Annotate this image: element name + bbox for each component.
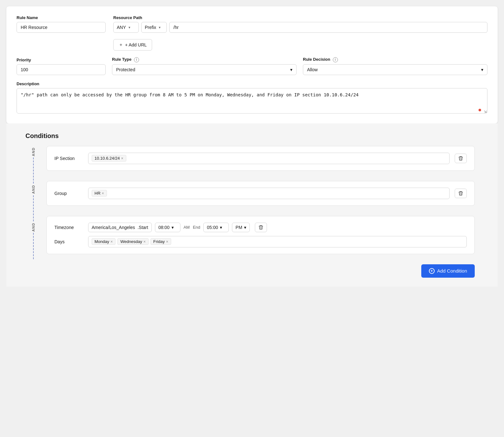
rule-decision-select[interactable]: Allow ▾ [303, 64, 487, 75]
add-condition-row: + Add Condition [25, 262, 498, 278]
group-tag-input[interactable]: HR × [88, 188, 450, 199]
prefix-chevron-icon: ▾ [159, 25, 161, 30]
rule-type-select[interactable]: Protected ▾ [112, 64, 297, 75]
priority-group: Priority [17, 58, 106, 75]
add-url-button[interactable]: ＋ + Add URL [113, 39, 152, 51]
add-condition-plus-icon: + [429, 268, 435, 274]
resource-path-group: Resource Path ANY ▾ Prefix ▾ [113, 15, 487, 33]
start-time-chevron: ▾ [172, 225, 174, 230]
and-segment-2: AND [32, 184, 35, 221]
row-priority-type-decision: Priority Rule Type i Protected ▾ Rule De… [17, 57, 487, 75]
resource-path-inner: ANY ▾ Prefix ▾ [113, 22, 487, 33]
tag-wednesday-remove[interactable]: × [144, 239, 146, 244]
tag-friday-remove[interactable]: × [166, 239, 168, 244]
priority-input[interactable] [17, 64, 106, 75]
tag-ip: 10.10.6.24/24 × [92, 155, 126, 162]
ampm-chevron: ▾ [244, 225, 246, 230]
tag-wednesday: Wednesday × [117, 238, 148, 245]
tag-ip-remove[interactable]: × [121, 156, 123, 161]
tag-group: HR × [92, 190, 107, 197]
and-segment-1: AND [32, 146, 35, 184]
condition-card-group: Group HR × [46, 181, 475, 206]
tag-monday-value: Monday [94, 239, 109, 244]
days-label: Days [54, 239, 83, 244]
end-label: End [193, 225, 200, 230]
tag-group-remove[interactable]: × [102, 191, 104, 196]
rule-name-label: Rule Name [17, 15, 106, 20]
trash-icon [458, 156, 463, 161]
ampm-value: PM [235, 225, 242, 230]
rule-decision-info-icon[interactable]: i [333, 57, 338, 62]
conditions-title: Conditions [25, 132, 498, 140]
tag-friday-value: Friday [153, 239, 165, 244]
tag-wednesday-value: Wednesday [120, 239, 142, 244]
rule-decision-label: Rule Decision i [303, 57, 487, 62]
start-ampm-badge: AM [184, 225, 190, 230]
rule-name-group: Rule Name [17, 15, 106, 33]
conditions-timeline: AND AND AND IP Secti [25, 146, 498, 259]
timezone-delete-button[interactable] [255, 223, 267, 232]
rule-decision-group: Rule Decision i Allow ▾ [303, 57, 487, 75]
add-condition-label: Add Condition [437, 268, 467, 274]
timezone-label: Timezone [54, 225, 83, 230]
resource-path-label: Resource Path [113, 15, 487, 20]
days-tag-input[interactable]: Monday × Wednesday × Friday × [88, 236, 467, 247]
and-label-3: AND [32, 221, 35, 233]
timezone-condition-row: Timezone America/Los_Angeles .Start 08:0… [54, 223, 467, 232]
conditions-section: Conditions AND AND AND [6, 123, 498, 287]
tag-monday-remove[interactable]: × [110, 239, 113, 244]
timezone-start-label: .Start [137, 225, 148, 230]
description-label: Description [17, 81, 487, 86]
group-label: Group [54, 191, 83, 196]
add-url-label: + Add URL [125, 42, 147, 47]
condition-cards-col: IP Section 10.10.6.24/24 × [41, 146, 498, 259]
days-row: Days Monday × Wednesday × Friday [54, 236, 467, 247]
rule-name-input[interactable] [17, 22, 106, 33]
ip-section-row: IP Section 10.10.6.24/24 × [54, 153, 467, 164]
path-input[interactable] [169, 22, 487, 33]
end-time-select[interactable]: 05:00 ▾ [203, 223, 229, 232]
ip-section-delete-button[interactable] [455, 154, 467, 163]
tag-ip-value: 10.10.6.24/24 [94, 156, 120, 161]
any-chevron-icon: ▾ [129, 25, 130, 30]
timezone-inner-row: America/Los_Angeles .Start 08:00 ▾ AM En… [88, 223, 250, 232]
resize-icon: ⤡ [484, 109, 487, 114]
conditions-inner: Conditions AND AND AND [6, 132, 498, 278]
textarea-status-dot [479, 109, 481, 111]
timezone-select[interactable]: America/Los_Angeles .Start [88, 223, 152, 232]
rule-type-value: Protected [116, 67, 135, 72]
end-time-value: 05:00 [207, 225, 218, 230]
start-time-value: 08:00 [158, 225, 170, 230]
add-url-icon: ＋ [119, 42, 123, 48]
and-label-1: AND [32, 146, 35, 157]
rule-decision-value: Allow [307, 67, 318, 72]
prefix-value: Prefix [145, 25, 156, 30]
any-select[interactable]: ANY ▾ [113, 22, 139, 33]
priority-label: Priority [17, 58, 106, 62]
ampm-select[interactable]: PM ▾ [232, 223, 250, 232]
rule-type-info-icon[interactable]: i [134, 57, 139, 62]
add-condition-button[interactable]: + Add Condition [421, 264, 475, 278]
description-group: Description "/hr" path can only be acces… [17, 81, 487, 114]
end-time-chevron: ▾ [220, 225, 222, 230]
and-label-2: AND [32, 184, 35, 195]
condition-card-ip: IP Section 10.10.6.24/24 × [46, 146, 475, 171]
row-rule-name-resource: Rule Name Resource Path ANY ▾ Prefix ▾ [17, 15, 487, 33]
dashed-line-3 [33, 233, 34, 259]
tag-friday: Friday × [150, 238, 171, 245]
ip-section-label: IP Section [54, 156, 83, 161]
tag-group-value: HR [94, 191, 101, 196]
rule-form-card: Rule Name Resource Path ANY ▾ Prefix ▾ ＋… [6, 6, 498, 123]
trash-icon-timezone [258, 225, 263, 230]
rule-decision-chevron-icon: ▾ [481, 67, 483, 72]
prefix-select[interactable]: Prefix ▾ [141, 22, 167, 33]
timeline-col: AND AND AND [25, 146, 41, 259]
start-time-select[interactable]: 08:00 ▾ [155, 223, 180, 232]
and-segment-3: AND [32, 221, 35, 259]
ip-section-tag-input[interactable]: 10.10.6.24/24 × [88, 153, 450, 164]
group-delete-button[interactable] [455, 189, 467, 198]
any-value: ANY [117, 25, 126, 30]
textarea-wrapper: "/hr" path can only be accessed by the H… [17, 88, 487, 114]
description-textarea[interactable]: "/hr" path can only be accessed by the H… [17, 88, 487, 114]
dashed-line-2 [33, 195, 34, 221]
